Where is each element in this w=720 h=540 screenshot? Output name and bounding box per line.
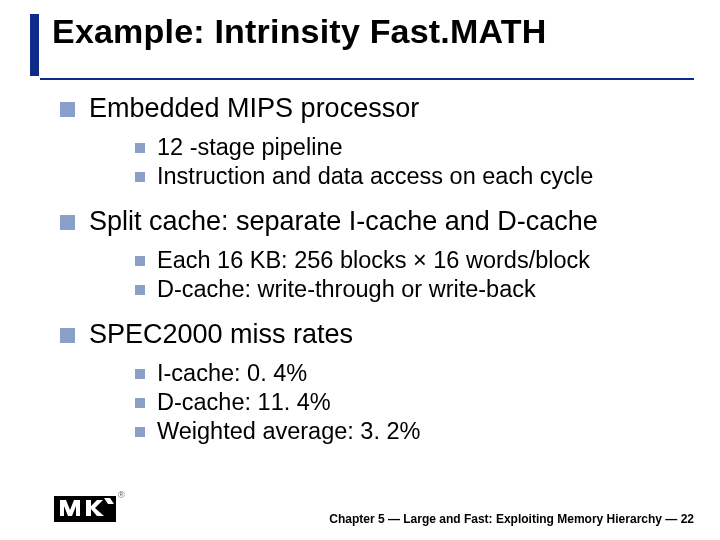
bullet-text: SPEC2000 miss rates bbox=[89, 319, 420, 350]
registered-mark: ® bbox=[118, 490, 125, 500]
list-item: Weighted average: 3. 2% bbox=[135, 418, 420, 445]
square-bullet-icon bbox=[135, 143, 145, 153]
square-bullet-icon bbox=[135, 172, 145, 182]
square-bullet-icon bbox=[135, 256, 145, 266]
publisher-logo bbox=[54, 490, 116, 530]
square-bullet-icon bbox=[135, 285, 145, 295]
slide: Example: Intrinsity Fast.MATH Embedded M… bbox=[0, 0, 720, 540]
square-bullet-icon bbox=[60, 102, 75, 117]
list-item: Embedded MIPS processor 12 -stage pipeli… bbox=[60, 93, 692, 196]
bullet-list: Embedded MIPS processor 12 -stage pipeli… bbox=[60, 93, 692, 451]
sub-bullet-text: I-cache: 0. 4% bbox=[157, 360, 307, 387]
list-item: 12 -stage pipeline bbox=[135, 134, 593, 161]
square-bullet-icon bbox=[135, 398, 145, 408]
sub-bullet-text: Instruction and data access on each cycl… bbox=[157, 163, 593, 190]
list-item: D-cache: write-through or write-back bbox=[135, 276, 598, 303]
sub-bullet-text: 12 -stage pipeline bbox=[157, 134, 343, 161]
sub-bullet-text: Each 16 KB: 256 blocks × 16 words/block bbox=[157, 247, 590, 274]
bullet-text: Embedded MIPS processor bbox=[89, 93, 593, 124]
list-item: D-cache: 11. 4% bbox=[135, 389, 420, 416]
square-bullet-icon bbox=[60, 328, 75, 343]
mk-logo-icon bbox=[54, 490, 116, 526]
sub-bullet-list: I-cache: 0. 4% D-cache: 11. 4% Weighted … bbox=[135, 358, 420, 445]
square-bullet-icon bbox=[135, 427, 145, 437]
list-item: Instruction and data access on each cycl… bbox=[135, 163, 593, 190]
sub-bullet-list: Each 16 KB: 256 blocks × 16 words/block … bbox=[135, 245, 598, 303]
square-bullet-icon bbox=[135, 369, 145, 379]
sub-bullet-text: D-cache: 11. 4% bbox=[157, 389, 331, 416]
title-underline bbox=[40, 78, 694, 80]
title-accent-bar bbox=[30, 14, 39, 76]
slide-content: Embedded MIPS processor 12 -stage pipeli… bbox=[60, 93, 692, 451]
bullet-text: Split cache: separate I-cache and D-cach… bbox=[89, 206, 598, 237]
list-item: I-cache: 0. 4% bbox=[135, 360, 420, 387]
slide-footer: Chapter 5 — Large and Fast: Exploiting M… bbox=[329, 512, 694, 526]
list-item: Each 16 KB: 256 blocks × 16 words/block bbox=[135, 247, 598, 274]
sub-bullet-list: 12 -stage pipeline Instruction and data … bbox=[135, 132, 593, 190]
slide-title: Example: Intrinsity Fast.MATH bbox=[52, 12, 692, 51]
square-bullet-icon bbox=[60, 215, 75, 230]
sub-bullet-text: Weighted average: 3. 2% bbox=[157, 418, 420, 445]
list-item: Split cache: separate I-cache and D-cach… bbox=[60, 206, 692, 309]
sub-bullet-text: D-cache: write-through or write-back bbox=[157, 276, 536, 303]
list-item: SPEC2000 miss rates I-cache: 0. 4% D-cac… bbox=[60, 319, 692, 451]
